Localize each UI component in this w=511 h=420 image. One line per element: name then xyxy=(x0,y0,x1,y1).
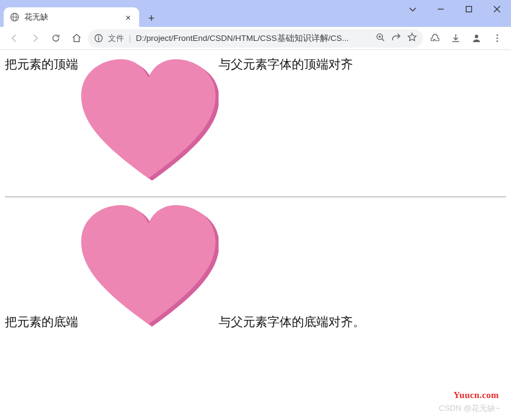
globe-icon xyxy=(10,12,20,22)
profile-button[interactable] xyxy=(467,29,485,48)
page-content: 把元素的顶端 与父元素字体的顶端对齐 把元素的底端 与父元素字体的底端对齐。 xyxy=(0,50,511,330)
address-bar[interactable]: 文件 | D:/project/FrontEnd/CSDN/HTML/CSS基础… xyxy=(88,29,423,48)
browser-tab[interactable]: 花无缺 × xyxy=(4,7,139,27)
example-text-bottom: 把元素的底端 与父元素字体的底端对齐。 xyxy=(5,202,506,330)
tab-title: 花无缺 xyxy=(24,12,118,23)
share-icon[interactable] xyxy=(391,32,401,44)
svg-line-11 xyxy=(382,39,385,42)
extensions-button[interactable] xyxy=(426,29,444,48)
zoom-icon[interactable] xyxy=(375,32,385,44)
tab-close-icon[interactable]: × xyxy=(123,12,133,23)
text-bottom-before: 把元素的底端 xyxy=(5,315,78,328)
window-controls xyxy=(399,0,511,18)
svg-rect-9 xyxy=(98,38,100,41)
menu-button[interactable] xyxy=(488,29,506,48)
heart-image-top xyxy=(78,56,219,184)
text-top-after: 与父元素字体的顶端对齐 xyxy=(219,57,353,71)
separator: | xyxy=(129,34,131,43)
text-top-before: 把元素的顶端 xyxy=(5,57,78,71)
watermark-credit: CSDN @花无缺~ xyxy=(439,403,500,414)
svg-point-17 xyxy=(496,37,498,39)
info-icon[interactable] xyxy=(94,34,103,43)
reload-button[interactable] xyxy=(46,29,65,48)
forward-button[interactable] xyxy=(26,29,44,48)
home-button[interactable] xyxy=(67,29,85,48)
heart-image-bottom xyxy=(78,202,219,330)
svg-rect-1 xyxy=(466,7,472,12)
browser-chrome: 花无缺 × + 文件 | D:/project/FrontEnd/CSDN/HT… xyxy=(0,0,511,50)
watermark-site: Yuucn.com xyxy=(454,390,499,400)
new-tab-button[interactable]: + xyxy=(143,10,160,27)
text-bottom-after: 与父元素字体的底端对齐。 xyxy=(219,315,365,328)
address-actions xyxy=(375,32,417,44)
svg-point-18 xyxy=(496,40,498,42)
file-label: 文件 xyxy=(108,33,124,44)
star-icon[interactable] xyxy=(407,32,417,44)
back-button[interactable] xyxy=(5,29,23,48)
maximize-button[interactable] xyxy=(455,0,483,18)
divider xyxy=(5,197,506,197)
close-button[interactable] xyxy=(483,0,511,18)
url-text: D:/project/FrontEnd/CSDN/HTML/CSS基础知识详解/… xyxy=(136,33,371,44)
svg-point-15 xyxy=(474,35,478,38)
toolbar: 文件 | D:/project/FrontEnd/CSDN/HTML/CSS基础… xyxy=(0,27,511,50)
svg-point-8 xyxy=(98,36,100,37)
dropdown-button[interactable] xyxy=(399,0,427,18)
svg-point-16 xyxy=(496,34,498,36)
minimize-button[interactable] xyxy=(427,0,455,18)
download-button[interactable] xyxy=(446,29,465,48)
example-text-top: 把元素的顶端 与父元素字体的顶端对齐 xyxy=(5,56,506,184)
